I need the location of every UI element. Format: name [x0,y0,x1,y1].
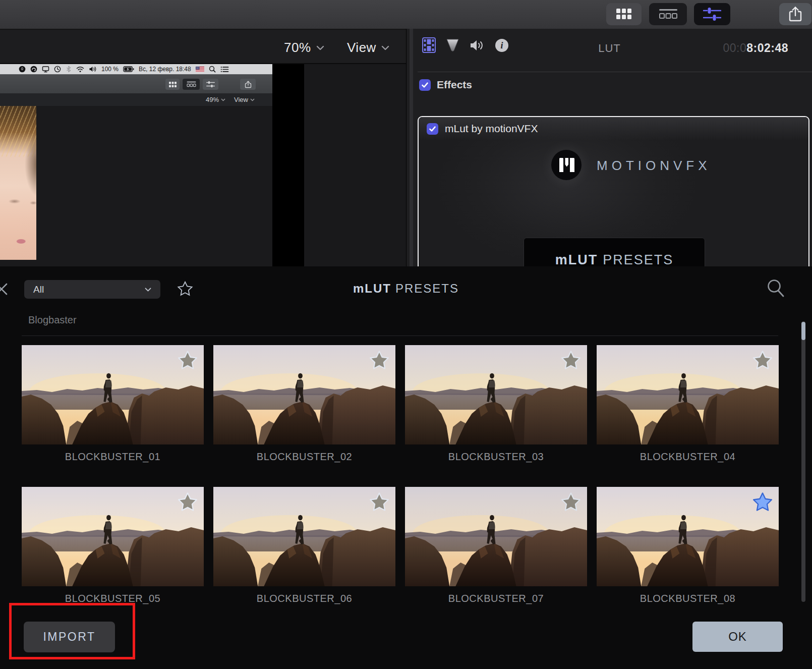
favorite-star-icon[interactable] [369,350,389,370]
panel-splitter[interactable] [410,29,413,266]
mlut-presets-button[interactable]: mLUTPRESETS [524,238,705,266]
spotlight-search-icon [209,66,216,73]
preset-card[interactable]: BLOCKBUSTER_04 [597,345,779,471]
timecode-display: 00:08:02:48 [723,41,788,55]
canyon-scene [405,487,587,586]
top-toolbar [0,0,812,30]
filmstrip-view-button[interactable] [649,3,687,25]
creative-cloud-icon [30,66,37,73]
preset-thumbnail[interactable] [405,345,587,444]
menubar-battery-percent: 100 % [101,66,119,73]
preset-thumbnail[interactable] [597,487,779,586]
checkmark-icon [421,81,429,89]
canyon-scene [213,487,395,586]
inspector-divider [418,72,812,72]
embedded-filmstrip-view-button [183,79,200,90]
filmstrip-view-icon [659,8,678,20]
canyon-scene [597,345,779,444]
motionvfx-logo [551,149,582,181]
preset-name: BLOCKBUSTER_06 [213,593,395,604]
embedded-inspector-view-button [203,79,218,90]
inspector-view-button[interactable] [694,3,730,25]
us-flag-icon [196,67,204,72]
plugin-header: mLut by motionVFX [419,117,808,140]
preset-name: BLOCKBUSTER_07 [405,593,587,604]
effects-label: Effects [437,79,472,91]
embedded-share-button [240,79,256,90]
favorite-star-icon[interactable] [752,492,773,512]
preset-thumbnail[interactable] [405,487,587,586]
scrollbar[interactable] [801,321,805,602]
viewer-view-dropdown[interactable]: View [347,38,389,55]
import-button[interactable]: IMPORT [24,622,115,652]
display-icon [42,66,49,73]
plugin-checkbox[interactable] [427,123,438,135]
favorite-star-icon[interactable] [561,350,581,370]
preset-browser-sheet: All mLUTPRESETS Blogbaster BLOCKBUSTER_0… [0,266,812,669]
ok-button[interactable]: OK [692,622,783,652]
preset-name: BLOCKBUSTER_05 [22,593,204,604]
canyon-scene [597,487,779,586]
favorite-star-icon[interactable] [752,350,773,370]
wifi-icon [76,66,84,73]
effects-checkbox[interactable] [419,79,431,91]
share-button[interactable] [779,3,811,25]
time-machine-icon [54,66,61,73]
viewer-letterbox [272,64,304,266]
preset-thumbnail[interactable] [213,487,395,586]
preset-thumbnail[interactable] [22,345,204,444]
brand-row: MOTIONVFX [419,149,808,183]
grid-view-button[interactable] [606,3,642,25]
preset-thumbnail[interactable] [213,345,395,444]
embedded-toolbar [0,74,272,94]
viewer-zoom-dropdown[interactable]: 70% [284,38,324,55]
embedded-view-label: View [234,96,255,103]
preset-thumbnail[interactable] [22,487,204,586]
preset-name: BLOCKBUSTER_03 [405,451,587,463]
preset-card[interactable]: BLOCKBUSTER_05 [22,487,204,613]
embedded-zoom-value: 49% [206,96,225,103]
plugin-label: mLut by motionVFX [445,123,538,135]
volume-icon [89,66,97,73]
preset-thumbnail[interactable] [597,345,779,444]
checkmark-icon [428,125,437,133]
favorite-star-icon[interactable] [178,350,198,370]
canyon-scene [213,345,395,444]
embedded-menubar: 100 % Вс, 12 февр. 18:48 [0,64,272,74]
canyon-scene [22,487,204,586]
brand-name: MOTIONVFX [597,158,711,174]
preset-card[interactable]: BLOCKBUSTER_08 [597,487,779,613]
application-window: 70% View 100 % Вс, 12 февр. 18:48 49 [0,0,812,669]
favorite-star-icon[interactable] [178,492,198,512]
scrollbar-thumb[interactable] [801,322,805,340]
preset-card[interactable]: BLOCKBUSTER_03 [405,345,587,471]
inspector-panel: i LUT 00:08:02:48 Effects mLut by motion… [406,29,812,266]
chevron-down-icon [316,38,324,54]
section-divider [22,336,778,336]
list-menu-icon [220,66,229,73]
embedded-viewer-content [0,106,272,266]
preset-name: BLOCKBUSTER_08 [597,593,779,604]
effects-section: Effects [419,79,472,91]
preset-card[interactable]: BLOCKBUSTER_06 [213,487,395,613]
preset-card[interactable]: BLOCKBUSTER_02 [213,345,395,471]
grid-view-icon [616,8,632,21]
chevron-down-icon [381,38,389,54]
favorite-star-icon[interactable] [561,492,581,512]
canyon-scene [405,345,587,444]
viewer-background [304,64,406,266]
preset-card[interactable]: BLOCKBUSTER_01 [22,345,204,471]
menubar-datetime: Вс, 12 февр. 18:48 [139,66,191,73]
share-icon [788,6,802,22]
preset-name: BLOCKBUSTER_01 [22,451,204,463]
preset-name: BLOCKBUSTER_02 [213,451,395,463]
canyon-scene [22,345,204,444]
preset-card[interactable]: BLOCKBUSTER_07 [405,487,587,613]
favorite-star-icon[interactable] [369,492,389,512]
embedded-grid-view-button [165,79,180,90]
mlut-plugin-box: mLut by motionVFX MOTIONVFX mLUTPRESETS [418,116,809,266]
search-icon[interactable] [766,278,785,299]
child-portrait-photo [0,106,36,260]
battery-icon [123,66,134,72]
sliders-icon [703,7,721,21]
